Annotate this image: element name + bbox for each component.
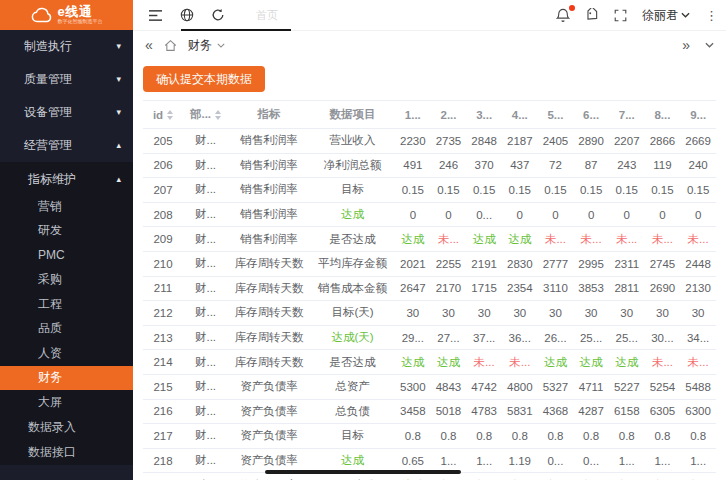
refresh-icon[interactable] bbox=[211, 8, 225, 22]
table-cell: 0.15 bbox=[431, 178, 467, 203]
sidebar-item-数据录入[interactable]: 数据录入 bbox=[0, 415, 133, 440]
tabs-scroll-right-icon[interactable]: » bbox=[682, 38, 690, 52]
table-cell: 0.15 bbox=[502, 178, 538, 203]
table-cell: 资产负债率 bbox=[228, 374, 310, 399]
chevron-down-icon: ▾ bbox=[116, 75, 121, 84]
home-icon[interactable] bbox=[164, 39, 177, 52]
table-cell: 3458 bbox=[395, 399, 431, 424]
table-cell: 208 bbox=[143, 202, 183, 227]
table-cell: 总资产 bbox=[310, 374, 395, 399]
sidebar-item-品质[interactable]: 品质 bbox=[0, 317, 133, 342]
table-cell: 0.8 bbox=[431, 424, 467, 449]
brand-subtitle: 数字化智能制造平台 bbox=[58, 19, 103, 25]
table-cell: 206 bbox=[143, 153, 183, 178]
table-row: 217财...资产负债率目标0.80.80.80.80.80.80.80.80.… bbox=[143, 424, 716, 449]
table-cell: 财... bbox=[183, 153, 228, 178]
table-cell: 219 bbox=[143, 473, 183, 480]
column-header-label: 3... bbox=[476, 109, 492, 121]
table-cell: 财... bbox=[183, 399, 228, 424]
table-row: 208财...销售利润率达成000...000000 bbox=[143, 202, 716, 227]
brand-name: e线通 bbox=[58, 5, 103, 19]
table-cell: 4711 bbox=[573, 374, 609, 399]
table-row: 213财...库存周转天数达成(天)29...27...37...36...26… bbox=[143, 325, 716, 350]
tabs-scroll-left-icon[interactable]: « bbox=[145, 38, 153, 52]
sidebar-group-设备管理[interactable]: 设备管理▾ bbox=[0, 96, 133, 129]
table-cell: 216 bbox=[143, 399, 183, 424]
table-cell: 财... bbox=[183, 424, 228, 449]
table-cell: 370 bbox=[466, 153, 502, 178]
table-cell: 2311 bbox=[609, 251, 645, 276]
sidebar-group-质量管理[interactable]: 质量管理▾ bbox=[0, 63, 133, 96]
sidebar-item-PMC[interactable]: PMC bbox=[0, 243, 133, 268]
table-cell: 2890 bbox=[573, 129, 609, 154]
tag-icon[interactable] bbox=[585, 8, 599, 22]
table-cell: 211 bbox=[143, 276, 183, 301]
table-cell: 未... bbox=[680, 227, 716, 252]
table-cell: 243 bbox=[609, 153, 645, 178]
table-cell: 30 bbox=[431, 301, 467, 326]
sidebar-item-采购[interactable]: 采购 bbox=[0, 268, 133, 293]
notification-dot bbox=[569, 5, 575, 11]
table-cell: 37... bbox=[466, 325, 502, 350]
collapse-sidebar-icon[interactable] bbox=[148, 9, 163, 22]
sort-carets-icon[interactable] bbox=[167, 110, 173, 120]
sort-carets-icon[interactable] bbox=[215, 110, 221, 120]
table-cell: 30... bbox=[645, 325, 681, 350]
table-cell: 达成 bbox=[310, 202, 395, 227]
logo: e线通 数字化智能制造平台 bbox=[0, 0, 133, 30]
tabs-more-chevron-icon[interactable] bbox=[705, 42, 714, 48]
sidebar-item-工程[interactable]: 工程 bbox=[0, 292, 133, 317]
table-cell: 销售利润率 bbox=[228, 227, 310, 252]
column-header[interactable]: 部... bbox=[183, 101, 228, 129]
fullscreen-icon[interactable] bbox=[614, 9, 627, 22]
table-cell: 净利润总额 bbox=[310, 153, 395, 178]
table-cell: 30 bbox=[680, 301, 716, 326]
submenu-header[interactable]: 指标维护▴ bbox=[0, 164, 133, 194]
sidebar-item-营销[interactable]: 营销 bbox=[0, 194, 133, 219]
user-menu[interactable]: 徐丽君 bbox=[642, 7, 690, 24]
table-cell: 2354 bbox=[502, 276, 538, 301]
table-cell: 未... bbox=[466, 350, 502, 375]
table-cell: 达成 bbox=[395, 350, 431, 375]
table-cell: 4368 bbox=[538, 399, 574, 424]
sidebar-group-label: 质量管理 bbox=[24, 71, 72, 88]
kpi-table: id部...指标数据项目1...2...3...4...5...6...7...… bbox=[143, 100, 716, 480]
sidebar-item-数据接口[interactable]: 数据接口 bbox=[0, 440, 133, 465]
table-cell: 30 bbox=[645, 301, 681, 326]
table-cell: 未... bbox=[502, 350, 538, 375]
table-cell: 218 bbox=[143, 448, 183, 473]
column-header: 2... bbox=[431, 101, 467, 129]
table-cell: 437 bbox=[502, 153, 538, 178]
sidebar-item-财务[interactable]: 财务 bbox=[0, 366, 133, 391]
table-cell: 未... bbox=[645, 350, 681, 375]
column-header: 8... bbox=[645, 101, 681, 129]
sidebar-group-经营管理[interactable]: 经营管理▴ bbox=[0, 129, 133, 162]
column-header-label: 指标 bbox=[258, 108, 281, 120]
table-cell: 0.8 bbox=[645, 424, 681, 449]
submit-data-button[interactable]: 确认提交本期数据 bbox=[143, 66, 265, 92]
kebab-menu-icon[interactable]: ⋮ bbox=[705, 9, 718, 22]
notifications-bell-icon[interactable] bbox=[556, 8, 570, 23]
sidebar-item-大屏[interactable]: 大屏 bbox=[0, 390, 133, 415]
column-header-label: 9... bbox=[690, 109, 706, 121]
sidebar-group-label: 制造执行 bbox=[24, 38, 72, 55]
sidebar-group-制造执行[interactable]: 制造执行▾ bbox=[0, 30, 133, 63]
table-cell: 4783 bbox=[466, 399, 502, 424]
table-cell: 2647 bbox=[395, 276, 431, 301]
table-cell: 4843 bbox=[431, 374, 467, 399]
sidebar-item-研发[interactable]: 研发 bbox=[0, 219, 133, 244]
table-cell: 资产负债率 bbox=[228, 399, 310, 424]
table-header-row: id部...指标数据项目1...2...3...4...5...6...7...… bbox=[143, 101, 716, 129]
tab-finance[interactable]: 财务 bbox=[188, 37, 225, 54]
table-row: 216财...资产负债率总负债3458501847835831436842876… bbox=[143, 399, 716, 424]
table-row: 210财...库存周转天数平均库存金额202122552191283027772… bbox=[143, 251, 716, 276]
table-cell: 2230 bbox=[395, 129, 431, 154]
column-header[interactable]: id bbox=[143, 101, 183, 129]
horizontal-scrollbar-thumb[interactable] bbox=[265, 470, 461, 474]
globe-icon[interactable] bbox=[180, 8, 194, 22]
table-cell: 0.15 bbox=[609, 178, 645, 203]
table-cell: 0.8 bbox=[573, 424, 609, 449]
table-cell: 0... bbox=[538, 448, 574, 473]
sidebar-item-人资[interactable]: 人资 bbox=[0, 341, 133, 366]
table-cell: 246 bbox=[431, 153, 467, 178]
